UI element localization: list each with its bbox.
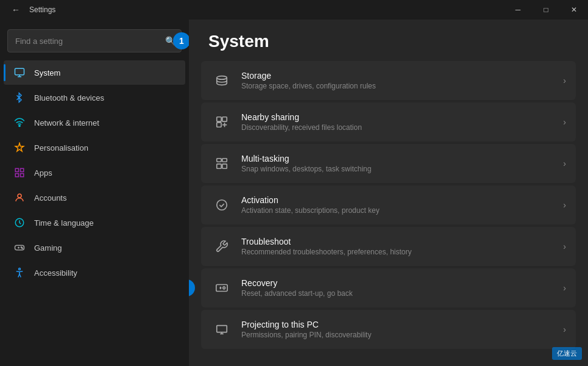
maximize-icon: □ — [544, 5, 548, 14]
page-title: System — [189, 20, 588, 61]
sidebar-item-accessibility[interactable]: Accessibility — [4, 260, 185, 285]
sidebar-item-label: Time & language — [34, 218, 94, 228]
settings-item-activation[interactable]: Activation Activation state, subscriptio… — [201, 185, 576, 224]
settings-item-title: Nearby sharing — [241, 112, 563, 122]
svg-rect-17 — [217, 117, 221, 121]
sidebar-item-label: Bluetooth & devices — [34, 93, 104, 102]
settings-item-nearby-sharing[interactable]: Nearby sharing Discoverability, received… — [201, 102, 576, 142]
chevron-right-icon: › — [563, 325, 566, 334]
settings-item-text: Troubleshoot Recommended troubleshooters… — [241, 237, 563, 256]
chevron-right-icon: › — [563, 159, 566, 168]
settings-item-desc: Activation state, subscriptions, product… — [241, 206, 563, 215]
accounts-icon — [13, 192, 26, 204]
maximize-button[interactable]: □ — [532, 0, 560, 20]
settings-item-desc: Permissions, pairing PIN, discoverabilit… — [241, 331, 563, 339]
sidebar-item-label: Network & internet — [34, 118, 99, 127]
svg-rect-5 — [21, 168, 24, 171]
sidebar-item-network[interactable]: Network & internet — [4, 110, 185, 135]
window-controls: ─ □ ✕ — [504, 0, 588, 20]
svg-rect-7 — [21, 174, 24, 177]
settings-item-troubleshoot[interactable]: Troubleshoot Recommended troubleshooters… — [201, 227, 576, 266]
svg-point-3 — [19, 125, 20, 126]
svg-point-24 — [217, 200, 227, 210]
accessibility-icon — [13, 267, 26, 279]
sidebar-item-label: Apps — [34, 168, 52, 178]
watermark: 亿速云 — [552, 347, 582, 360]
time-icon — [13, 217, 26, 229]
settings-item-desc: Snap windows, desktops, task switching — [241, 165, 563, 173]
nav-list: System Bluetooth & devices Network & int… — [0, 60, 189, 366]
nearby-sharing-icon — [211, 111, 233, 133]
svg-rect-19 — [217, 123, 221, 127]
search-container: 🔍 1 — [7, 29, 182, 52]
app-container: 🔍 1 System Bluetooth & devices Network &… — [0, 20, 588, 366]
close-button[interactable]: ✕ — [560, 0, 588, 20]
settings-item-text: Projecting to this PC Permissions, pairi… — [241, 320, 563, 339]
sidebar: 🔍 1 System Bluetooth & devices Network &… — [0, 20, 189, 366]
settings-item-title: Activation — [241, 195, 563, 205]
svg-rect-21 — [222, 159, 227, 162]
gaming-icon — [13, 242, 26, 254]
settings-item-title: Multi-tasking — [241, 154, 563, 163]
settings-item-title: Troubleshoot — [241, 237, 563, 246]
svg-rect-23 — [222, 164, 227, 168]
svg-point-16 — [217, 76, 227, 80]
troubleshoot-icon — [211, 235, 233, 257]
settings-item-multitasking[interactable]: Multi-tasking Snap windows, desktops, ta… — [201, 144, 576, 183]
settings-list: Storage Storage space, drives, configura… — [189, 61, 588, 349]
settings-item-text: Nearby sharing Discoverability, received… — [241, 112, 563, 132]
sidebar-item-label: Accessibility — [34, 268, 77, 278]
settings-item-desc: Discoverability, received files location — [241, 123, 563, 132]
network-icon — [13, 117, 26, 129]
recovery-icon — [211, 277, 233, 299]
settings-item-text: Storage Storage space, drives, configura… — [241, 71, 563, 90]
sidebar-item-accounts[interactable]: Accounts — [4, 185, 185, 210]
settings-item-recovery[interactable]: 2 Recovery Reset, advanced start-up, go … — [201, 268, 576, 307]
settings-item-title: Recovery — [241, 278, 563, 288]
svg-rect-27 — [217, 326, 227, 332]
svg-rect-20 — [217, 159, 221, 162]
sidebar-item-apps[interactable]: Apps — [4, 160, 185, 185]
settings-item-storage[interactable]: Storage Storage space, drives, configura… — [201, 61, 576, 100]
bluetooth-icon — [13, 92, 26, 104]
svg-rect-0 — [15, 68, 24, 75]
back-button[interactable]: ← — [7, 1, 24, 18]
personalisation-icon — [13, 142, 26, 154]
svg-rect-25 — [216, 285, 227, 292]
settings-item-title: Projecting to this PC — [241, 320, 563, 329]
minimize-button[interactable]: ─ — [504, 0, 532, 20]
sidebar-item-personalisation[interactable]: Personalisation — [4, 135, 185, 160]
settings-item-text: Multi-tasking Snap windows, desktops, ta… — [241, 154, 563, 173]
settings-item-text: Activation Activation state, subscriptio… — [241, 195, 563, 215]
back-icon: ← — [12, 5, 20, 15]
chevron-right-icon: › — [563, 200, 566, 210]
sidebar-item-label: Accounts — [34, 193, 66, 203]
sidebar-item-system[interactable]: System — [4, 60, 185, 85]
projecting-icon — [211, 318, 233, 340]
settings-item-desc: Storage space, drives, configuration rul… — [241, 82, 563, 90]
svg-rect-22 — [217, 164, 221, 168]
svg-rect-6 — [15, 174, 18, 177]
sidebar-item-label: Gaming — [34, 243, 62, 253]
sidebar-item-time[interactable]: Time & language — [4, 210, 185, 235]
app-title: Settings — [29, 5, 55, 14]
storage-icon — [211, 70, 233, 92]
svg-point-8 — [18, 194, 21, 198]
close-icon: ✕ — [571, 5, 577, 14]
svg-point-14 — [22, 248, 23, 249]
sidebar-item-gaming[interactable]: Gaming — [4, 235, 185, 260]
search-input[interactable] — [7, 29, 182, 52]
settings-item-text: Recovery Reset, advanced start-up, go ba… — [241, 278, 563, 298]
main-content: System Storage Storage space, drives, co… — [189, 20, 588, 366]
chevron-right-icon: › — [563, 283, 566, 293]
sidebar-item-bluetooth[interactable]: Bluetooth & devices — [4, 85, 185, 110]
settings-item-projecting[interactable]: Projecting to this PC Permissions, pairi… — [201, 310, 576, 349]
activation-icon — [211, 194, 233, 216]
apps-icon — [13, 167, 26, 179]
system-icon — [13, 66, 26, 79]
step1-badge: 1 — [173, 32, 189, 49]
settings-item-desc: Reset, advanced start-up, go back — [241, 289, 563, 298]
svg-point-15 — [19, 268, 21, 270]
settings-item-desc: Recommended troubleshooters, preferences… — [241, 248, 563, 256]
multitasking-icon — [211, 152, 233, 174]
